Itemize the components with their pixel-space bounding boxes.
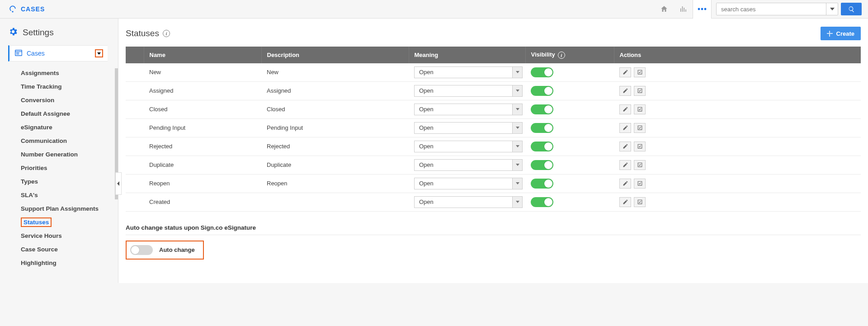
sidebar-item-number-generation[interactable]: Number Generation bbox=[21, 147, 118, 161]
sidebar-item-label: Conversion bbox=[21, 97, 54, 104]
visibility-toggle[interactable] bbox=[531, 123, 553, 133]
visibility-toggle[interactable] bbox=[531, 86, 553, 96]
meaning-select[interactable]: Open bbox=[414, 159, 523, 171]
app-logo[interactable]: CASES bbox=[8, 5, 45, 14]
create-button[interactable]: Create bbox=[821, 27, 861, 40]
sidebar-item-communication[interactable]: Communication bbox=[21, 134, 118, 147]
sidebar-item-types[interactable]: Types bbox=[21, 175, 118, 188]
permissions-button[interactable] bbox=[634, 104, 646, 114]
cell-description: Assigned bbox=[261, 81, 409, 100]
home-icon[interactable] bbox=[655, 0, 674, 19]
info-icon[interactable]: i bbox=[558, 52, 565, 59]
sidebar-item-support-plan-assignments[interactable]: Support Plan Assignments bbox=[21, 202, 118, 215]
drag-handle[interactable] bbox=[126, 118, 144, 137]
visibility-toggle[interactable] bbox=[531, 104, 553, 114]
drag-handle[interactable] bbox=[126, 156, 144, 174]
sidebar-item-sla-s[interactable]: SLA's bbox=[21, 188, 118, 202]
sidebar-item-label: Time Tracking bbox=[21, 83, 62, 90]
collapse-sidebar-handle[interactable] bbox=[115, 172, 122, 195]
meaning-select[interactable]: Open bbox=[414, 141, 523, 152]
cell-actions bbox=[614, 156, 861, 174]
meaning-select[interactable]: Open bbox=[414, 66, 523, 78]
auto-change-toggle[interactable] bbox=[130, 245, 153, 255]
drag-handle[interactable] bbox=[126, 63, 144, 82]
statuses-table: Name Description Meaning Visibilityi Act… bbox=[126, 47, 861, 212]
cell-meaning: Open bbox=[409, 118, 525, 137]
svg-point-2 bbox=[701, 8, 703, 10]
search-scope-dropdown[interactable] bbox=[826, 3, 838, 15]
sidebar-item-statuses[interactable]: Statuses bbox=[21, 215, 118, 229]
edit-button[interactable] bbox=[619, 123, 631, 133]
cell-name: Duplicate bbox=[144, 156, 261, 174]
edit-button[interactable] bbox=[619, 142, 631, 151]
edit-button[interactable] bbox=[619, 86, 631, 96]
search-button[interactable] bbox=[841, 3, 862, 15]
visibility-toggle[interactable] bbox=[531, 67, 553, 77]
sidebar-item-conversion[interactable]: Conversion bbox=[21, 93, 118, 107]
auto-change-label: Auto change bbox=[159, 246, 195, 253]
drag-handle[interactable] bbox=[126, 81, 144, 100]
info-icon[interactable]: i bbox=[163, 30, 170, 37]
edit-button[interactable] bbox=[619, 104, 631, 114]
sidebar-item-time-tracking[interactable]: Time Tracking bbox=[21, 80, 118, 93]
cell-meaning: Open bbox=[409, 81, 525, 100]
sidebar-item-highlighting[interactable]: Highlighting bbox=[21, 256, 118, 269]
search-input[interactable] bbox=[717, 6, 826, 13]
col-drag bbox=[126, 47, 144, 63]
cell-meaning: Open bbox=[409, 137, 525, 156]
drag-handle[interactable] bbox=[126, 174, 144, 193]
sidebar-item-assignments[interactable]: Assignments bbox=[21, 66, 118, 80]
permissions-button[interactable] bbox=[634, 123, 646, 133]
sidebar-item-service-hours[interactable]: Service Hours bbox=[21, 229, 118, 242]
permissions-button[interactable] bbox=[634, 160, 646, 170]
visibility-toggle[interactable] bbox=[531, 160, 553, 170]
sidebar-section-cases[interactable]: Cases bbox=[8, 45, 108, 61]
sidebar-item-label: Communication bbox=[21, 137, 67, 144]
meaning-select[interactable]: Open bbox=[414, 122, 523, 134]
permissions-button[interactable] bbox=[634, 142, 646, 151]
top-bar: CASES bbox=[0, 0, 868, 19]
sidebar-item-esignature[interactable]: eSignature bbox=[21, 120, 118, 134]
meaning-value: Open bbox=[415, 161, 512, 168]
edit-button[interactable] bbox=[619, 67, 631, 77]
table-row: AssignedAssignedOpen bbox=[126, 81, 861, 100]
permissions-button[interactable] bbox=[634, 86, 646, 96]
visibility-toggle[interactable] bbox=[531, 179, 553, 189]
cell-meaning: Open bbox=[409, 100, 525, 118]
analytics-icon[interactable] bbox=[674, 0, 693, 19]
drag-handle[interactable] bbox=[126, 137, 144, 156]
chevron-down-icon bbox=[512, 123, 522, 133]
edit-button[interactable] bbox=[619, 160, 631, 170]
drag-handle[interactable] bbox=[126, 100, 144, 118]
sidebar-item-label: SLA's bbox=[21, 192, 38, 198]
visibility-toggle[interactable] bbox=[531, 142, 553, 151]
meaning-select[interactable]: Open bbox=[414, 178, 523, 189]
meaning-select[interactable]: Open bbox=[414, 196, 523, 208]
drag-handle[interactable] bbox=[126, 193, 144, 211]
meaning-value: Open bbox=[415, 69, 512, 76]
sidebar-item-case-source[interactable]: Case Source bbox=[21, 242, 118, 256]
meaning-value: Open bbox=[415, 124, 512, 131]
edit-button[interactable] bbox=[619, 197, 631, 207]
permissions-button[interactable] bbox=[634, 67, 646, 77]
sidebar-item-priorities[interactable]: Priorities bbox=[21, 161, 118, 175]
meaning-value: Open bbox=[415, 106, 512, 113]
permissions-button[interactable] bbox=[634, 197, 646, 207]
edit-button[interactable] bbox=[619, 179, 631, 189]
permissions-button[interactable] bbox=[634, 179, 646, 189]
meaning-select[interactable]: Open bbox=[414, 85, 523, 97]
sidebar-item-label: Statuses bbox=[21, 217, 52, 227]
chevron-down-icon[interactable] bbox=[95, 49, 103, 57]
cell-meaning: Open bbox=[409, 63, 525, 82]
more-menu-icon[interactable] bbox=[693, 0, 712, 19]
chevron-down-icon bbox=[512, 67, 522, 78]
main-content: Statuses i Create Name Description Meani… bbox=[118, 19, 868, 283]
col-description: Description bbox=[261, 47, 409, 63]
sidebar-item-label: Case Source bbox=[21, 246, 58, 253]
table-row: DuplicateDuplicateOpen bbox=[126, 156, 861, 174]
sidebar-item-default-assignee[interactable]: Default Assignee bbox=[21, 107, 118, 120]
visibility-toggle[interactable] bbox=[531, 197, 553, 207]
cases-icon bbox=[15, 50, 22, 57]
search-input-wrap bbox=[716, 3, 838, 15]
meaning-select[interactable]: Open bbox=[414, 104, 523, 115]
